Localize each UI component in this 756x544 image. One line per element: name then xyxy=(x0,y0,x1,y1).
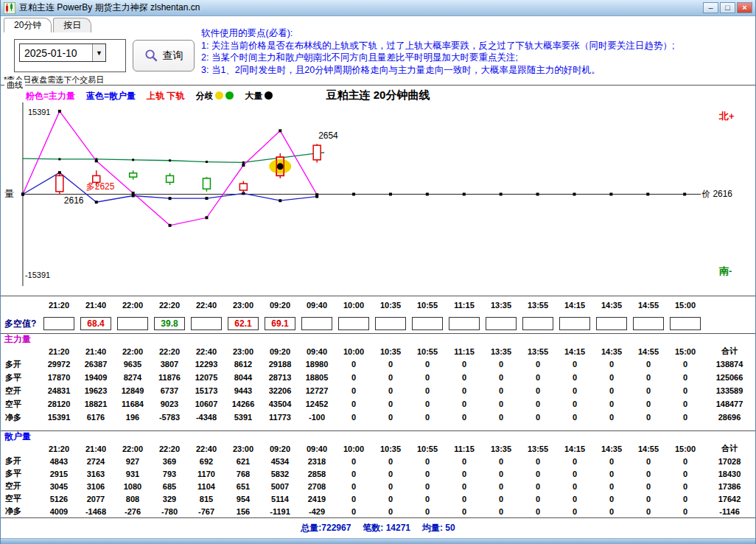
time-col-header: 22:20 xyxy=(151,444,188,453)
table-cell: 0 xyxy=(372,470,409,478)
table-cell: 0 xyxy=(372,482,409,491)
table-cell: 0 xyxy=(483,360,519,369)
svg-text:2616: 2616 xyxy=(64,195,84,206)
table-cell: 24831 xyxy=(41,386,77,395)
table-cell: 18980 xyxy=(298,360,335,369)
time-col-header: 22:20 xyxy=(151,347,188,356)
time-label: 21:40 xyxy=(77,301,114,310)
time-col-header: 10:35 xyxy=(372,347,409,356)
table-cell: 9635 xyxy=(114,360,151,369)
svg-text:价 2616: 价 2616 xyxy=(701,189,732,199)
date-select[interactable]: 2025-01-10 ▼ xyxy=(19,43,106,62)
table-cell: 0 xyxy=(335,482,372,491)
time-col-header: 14:35 xyxy=(593,444,630,453)
table-cell: 0 xyxy=(409,373,446,382)
time-label: 09:20 xyxy=(262,301,298,310)
table-cell: 0 xyxy=(335,507,372,516)
table-cell: 0 xyxy=(556,386,593,395)
table-row: 净多4009-1468-276-780-767156-1191-42900000… xyxy=(1,505,755,517)
long-short-value-box: 62.1 xyxy=(228,317,259,330)
total-cell: 148477 xyxy=(704,400,755,408)
table-cell: 0 xyxy=(335,470,372,478)
total-cell: 125066 xyxy=(704,373,755,382)
table-cell: 815 xyxy=(188,495,225,503)
table-cell: 5114 xyxy=(262,495,298,503)
table-cell: 0 xyxy=(667,495,704,503)
retail-section: 散户量 21:2021:4022:0022:2022:4023:0009:200… xyxy=(1,430,755,517)
close-button[interactable]: × xyxy=(737,2,752,13)
time-label: 11:15 xyxy=(446,301,483,310)
table-cell: 3106 xyxy=(77,482,114,491)
table-cell: 0 xyxy=(519,386,556,395)
table-cell: 0 xyxy=(483,386,519,395)
time-col-header: 10:35 xyxy=(372,444,409,453)
total-cell: 18430 xyxy=(704,470,755,478)
app-icon xyxy=(4,2,15,14)
time-col-header: 14:15 xyxy=(556,444,593,453)
table-row: 多平17870194098274118761207580442871318805… xyxy=(1,371,755,384)
table-cell: 0 xyxy=(409,400,446,408)
table-cell: 15173 xyxy=(188,386,225,395)
row-label: 多平 xyxy=(1,372,41,383)
table-cell: 0 xyxy=(593,360,630,369)
table-cell: -100 xyxy=(298,413,335,422)
table-cell: 0 xyxy=(335,400,372,408)
table-cell: 0 xyxy=(446,373,483,382)
table-cell: 0 xyxy=(556,400,593,408)
legend-rails-label: 上轨 下轨 xyxy=(147,90,184,102)
long-short-value-box xyxy=(596,317,627,330)
table-cell: 0 xyxy=(446,360,483,369)
table-cell: 5126 xyxy=(41,495,77,503)
table-cell: 0 xyxy=(483,373,519,382)
instruction-line: 2: 当某个时间主力和散户朝南北不同方向且量差比平时明显加大时要重点关注; xyxy=(201,52,674,64)
table-cell: 0 xyxy=(519,507,556,516)
table-cell: 0 xyxy=(372,495,409,503)
table-cell: 0 xyxy=(667,457,704,466)
table-cell: 15391 xyxy=(41,413,77,422)
maximize-button[interactable]: □ xyxy=(720,2,735,13)
table-cell: 12293 xyxy=(188,360,225,369)
table-cell: 0 xyxy=(593,470,630,478)
tab-daily[interactable]: 按日 xyxy=(53,18,91,32)
table-cell: 18805 xyxy=(298,373,335,382)
table-cell: 0 xyxy=(335,386,372,395)
table-cell: 29972 xyxy=(41,360,77,369)
total-cell: 17028 xyxy=(704,457,755,466)
table-cell: 8612 xyxy=(225,360,262,369)
table-cell: 19409 xyxy=(77,373,114,382)
long-short-value-box xyxy=(43,317,74,330)
table-cell: 32206 xyxy=(262,386,298,395)
table-cell: 0 xyxy=(593,507,630,516)
tab-20min[interactable]: 20分钟 xyxy=(4,18,52,32)
time-label: 10:55 xyxy=(409,301,446,310)
table-cell: 2708 xyxy=(298,482,335,491)
table-cell: 0 xyxy=(409,413,446,422)
table-cell: 0 xyxy=(519,457,556,466)
titlebar: 豆粕主连 PowerBy 期货主力神探 zlshentan.cn – □ × xyxy=(1,0,755,16)
query-button[interactable]: 查询 xyxy=(133,40,195,72)
table-cell: 1170 xyxy=(188,470,225,478)
table-cell: 808 xyxy=(114,495,151,503)
time-col-header: 09:20 xyxy=(262,347,298,356)
table-cell: 0 xyxy=(372,457,409,466)
main-force-label: 主力量 xyxy=(1,334,755,345)
table-cell: 29188 xyxy=(262,360,298,369)
curve-chart: 15391-15391量北+南-价 26162616多26252654 xyxy=(1,86,755,296)
table-cell: 4009 xyxy=(41,507,77,516)
table-cell: 0 xyxy=(483,507,519,516)
time-col-header: 13:55 xyxy=(519,347,556,356)
minimize-button[interactable]: – xyxy=(703,2,718,13)
table-cell: 26387 xyxy=(77,360,114,369)
time-col-header: 23:00 xyxy=(225,347,262,356)
dropdown-arrow-icon[interactable]: ▼ xyxy=(92,44,105,61)
table-cell: 0 xyxy=(593,373,630,382)
total-cell: 133589 xyxy=(704,386,755,395)
table-cell: 0 xyxy=(556,470,593,478)
row-label: 空平 xyxy=(1,399,41,410)
table-cell: 0 xyxy=(556,360,593,369)
table-cell: 369 xyxy=(151,457,188,466)
table-cell: 0 xyxy=(556,413,593,422)
table-cell: 0 xyxy=(667,400,704,408)
legend-retail-label: 蓝色=散户量 xyxy=(86,90,136,102)
table-cell: 651 xyxy=(225,482,262,491)
